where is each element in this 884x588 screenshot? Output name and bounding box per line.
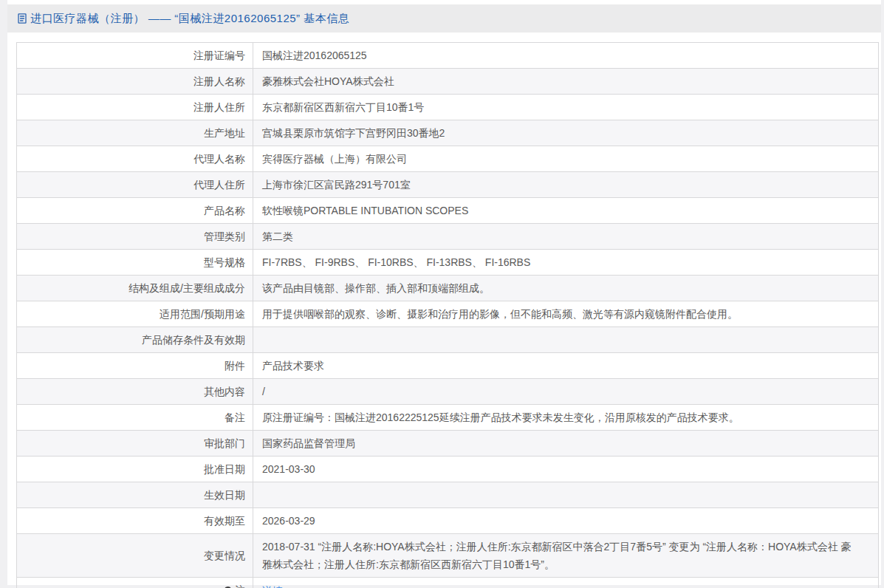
row-value [253,327,879,353]
row-value: 豪雅株式会社HOYA株式会社 [253,69,879,95]
row-value: 用于提供咽喉部的观察、诊断、摄影和治疗用的影像，但不能和高频、激光等有源内窥镜附… [253,301,879,327]
table-row: 代理人名称宾得医疗器械（上海）有限公司 [17,146,879,172]
table-row: 结构及组成/主要组成成分该产品由目镜部、操作部、插入部和顶端部组成。 [17,276,879,301]
note-balloon-icon [223,583,233,588]
row-label: 备注 [17,405,253,431]
row-value: 第二类 [253,224,879,250]
row-label: 代理人住所 [17,172,253,198]
row-value: / [253,379,879,405]
row-label: 注册人名称 [17,69,253,95]
table-row: 批准日期2021-03-30 [17,457,879,482]
content-panel: 进口医疗器械（注册） —— “国械注进20162065125” 基本信息 注册证… [7,0,881,585]
table-row: 备注原注册证编号：国械注进20162225125延续注册产品技术要求未发生变化，… [17,405,879,431]
table-row: 注详情 [17,578,879,588]
row-label: 代理人名称 [17,146,253,172]
registration-info-table: 注册证编号国械注进20162065125注册人名称豪雅株式会社HOYA株式会社注… [16,42,879,588]
row-label: 其他内容 [17,379,253,405]
row-label: 附件 [17,353,253,379]
row-value: 软性喉镜PORTABLE INTUBATION SCOPES [253,198,879,224]
row-value: 原注册证编号：国械注进20162225125延续注册产品技术要求未发生变化，沿用… [253,405,879,431]
row-value: 东京都新宿区西新宿六丁目10番1号 [253,95,879,120]
row-label: 生效日期 [17,482,253,508]
table-row: 生效日期 [17,482,879,508]
table-row: 注册人名称豪雅株式会社HOYA株式会社 [17,69,879,95]
row-label: 管理类别 [17,224,253,250]
row-value [253,482,879,508]
row-value: 宾得医疗器械（上海）有限公司 [253,146,879,172]
table-row: 注册证编号国械注进20162065125 [17,43,879,69]
row-value: 宫城县栗原市筑馆字下宫野冈田30番地2 [253,120,879,146]
row-value: 2026-03-29 [253,508,879,534]
row-value: 国械注进20162065125 [253,43,879,69]
row-label: 型号规格 [17,250,253,276]
table-row: 型号规格FI-7RBS、 FI-9RBS、 FI-10RBS、 FI-13RBS… [17,250,879,276]
row-label: 变更情况 [17,534,253,578]
registration-table-body: 注册证编号国械注进20162065125注册人名称豪雅株式会社HOYA株式会社注… [17,43,879,588]
row-value: FI-7RBS、 FI-9RBS、 FI-10RBS、 FI-13RBS、 FI… [253,250,879,276]
row-label: 生产地址 [17,120,253,146]
page-header: 进口医疗器械（注册） —— “国械注进20162065125” 基本信息 [7,4,881,33]
row-label: 注册证编号 [17,43,253,69]
table-row: 代理人住所上海市徐汇区富民路291号701室 [17,172,879,198]
row-value: 该产品由目镜部、操作部、插入部和顶端部组成。 [253,276,879,301]
row-label: 有效期至 [17,508,253,534]
table-row: 审批部门国家药品监督管理局 [17,431,879,457]
row-value: 2018-07-31 “注册人名称:HOYA株式会社；注册人住所:东京都新宿区中… [253,534,879,578]
table-row: 其他内容/ [17,379,879,405]
table-row: 管理类别第二类 [17,224,879,250]
row-value: 产品技术要求 [253,353,879,379]
table-row: 产品储存条件及有效期 [17,327,879,353]
table-row: 附件产品技术要求 [17,353,879,379]
page-title: 进口医疗器械（注册） —— “国械注进20162065125” 基本信息 [30,12,349,26]
table-row: 注册人住所东京都新宿区西新宿六丁目10番1号 [17,95,879,120]
row-value: 2021-03-30 [253,457,879,482]
row-label: 注册人住所 [17,95,253,120]
row-label: 注 [17,578,253,588]
row-value: 国家药品监督管理局 [253,431,879,457]
row-label: 产品名称 [17,198,253,224]
document-icon [16,13,28,24]
table-row: 适用范围/预期用途用于提供咽喉部的观察、诊断、摄影和治疗用的影像，但不能和高频、… [17,301,879,327]
row-label: 批准日期 [17,457,253,482]
row-value: 上海市徐汇区富民路291号701室 [253,172,879,198]
table-row: 变更情况2018-07-31 “注册人名称:HOYA株式会社；注册人住所:东京都… [17,534,879,578]
row-label: 产品储存条件及有效期 [17,327,253,353]
table-row: 生产地址宫城县栗原市筑馆字下宫野冈田30番地2 [17,120,879,146]
table-row: 有效期至2026-03-29 [17,508,879,534]
row-label: 审批部门 [17,431,253,457]
row-label: 结构及组成/主要组成成分 [17,276,253,301]
row-label: 适用范围/预期用途 [17,301,253,327]
row-value: 详情 [253,578,879,588]
detail-link[interactable]: 详情 [262,585,283,588]
table-row: 产品名称软性喉镜PORTABLE INTUBATION SCOPES [17,198,879,224]
